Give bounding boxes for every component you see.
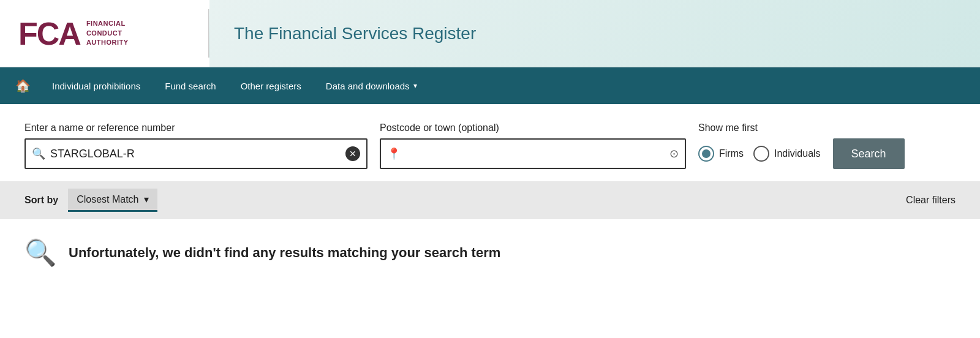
nav-item-fund-search[interactable]: Fund search (153, 70, 228, 102)
nav-item-other-registers[interactable]: Other registers (228, 70, 314, 102)
no-results-text: Unfortunately, we didn't find any result… (69, 245, 500, 261)
sort-dropdown[interactable]: Closest Match ▾ (68, 189, 157, 212)
radio-firms-inner (702, 149, 710, 158)
radio-firms[interactable]: Firms (698, 146, 744, 162)
no-results-icon: 🔍 (24, 238, 56, 268)
nav-item-data-downloads[interactable]: Data and downloads ▾ (314, 70, 429, 102)
radio-firms-circle[interactable] (698, 146, 714, 162)
sort-left: Sort by Closest Match ▾ (24, 189, 157, 212)
radio-individuals-circle[interactable] (753, 146, 769, 162)
fca-logo: FCA FINANCIAL CONDUCT AUTHORITY (18, 18, 129, 50)
show-me-group: Show me first Firms Individuals (698, 122, 821, 169)
header: FCA FINANCIAL CONDUCT AUTHORITY The Fina… (0, 0, 980, 67)
search-fields: Enter a name or reference number 🔍 ✕ Pos… (24, 122, 956, 169)
show-me-label: Show me first (698, 122, 821, 133)
name-input[interactable] (50, 148, 345, 160)
name-field-label: Enter a name or reference number (24, 122, 368, 133)
location-search-group: Postcode or town (optional) 📍 ⊙ (380, 122, 686, 169)
location-input[interactable] (405, 148, 669, 160)
nav-bar: 🏠 Individual prohibitions Fund search Ot… (0, 67, 980, 104)
radio-group: Firms Individuals (698, 138, 821, 169)
chevron-down-icon: ▾ (413, 81, 417, 90)
pin-icon: 📍 (387, 147, 401, 160)
search-section: Enter a name or reference number 🔍 ✕ Pos… (0, 104, 980, 181)
clear-filters-link[interactable]: Clear filters (906, 195, 956, 206)
nav-item-individual-prohibitions[interactable]: Individual prohibitions (40, 70, 153, 102)
clear-input-icon[interactable]: ✕ (345, 146, 360, 161)
page-title: The Financial Services Register (234, 24, 476, 43)
logo-section: FCA FINANCIAL CONDUCT AUTHORITY (0, 0, 208, 67)
location-refresh-icon[interactable]: ⊙ (669, 147, 679, 160)
fca-letters-icon: FCA (18, 18, 80, 50)
location-input-wrapper: 📍 ⊙ (380, 138, 686, 169)
header-title-section: The Financial Services Register (209, 0, 980, 67)
name-input-wrapper: 🔍 ✕ (24, 138, 368, 169)
sort-value: Closest Match (77, 194, 138, 205)
name-search-group: Enter a name or reference number 🔍 ✕ (24, 122, 368, 169)
search-icon: 🔍 (32, 147, 45, 160)
sort-by-label: Sort by (24, 195, 58, 206)
sort-bar: Sort by Closest Match ▾ Clear filters (0, 181, 980, 219)
results-section: 🔍 Unfortunately, we didn't find any resu… (0, 219, 980, 286)
home-icon[interactable]: 🏠 (12, 78, 40, 93)
location-field-label: Postcode or town (optional) (380, 122, 686, 133)
fca-full-name: FINANCIAL CONDUCT AUTHORITY (86, 19, 129, 47)
sort-chevron-icon: ▾ (144, 193, 149, 205)
radio-individuals-label: Individuals (774, 148, 821, 159)
radio-firms-label: Firms (719, 148, 744, 159)
radio-individuals[interactable]: Individuals (753, 146, 821, 162)
search-button[interactable]: Search (833, 138, 905, 169)
no-results-message: 🔍 Unfortunately, we didn't find any resu… (24, 238, 956, 268)
